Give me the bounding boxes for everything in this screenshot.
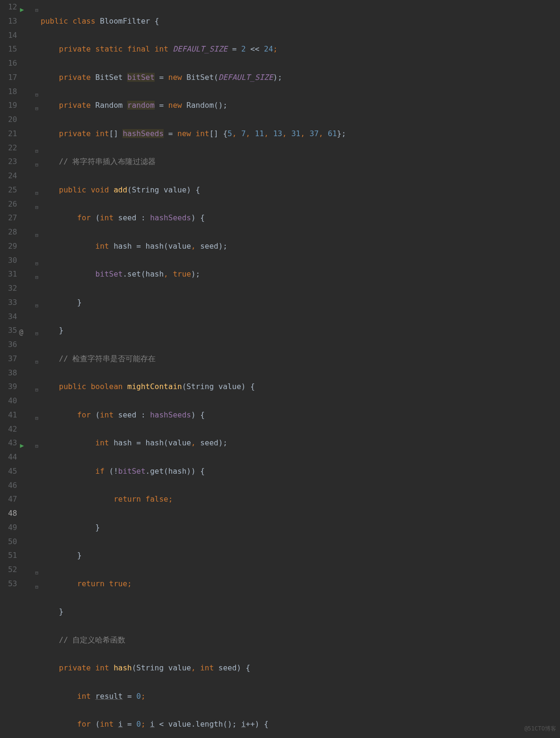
code-line[interactable]: bitSet.set(hash, true);	[40, 267, 560, 281]
line-number: 12	[0, 0, 17, 14]
line-number: 22	[0, 141, 17, 155]
line-number: 45	[0, 464, 17, 478]
code-line[interactable]: for (int seed : hashSeeds) {	[40, 211, 560, 225]
line-number: 36	[0, 338, 17, 352]
code-line[interactable]: return true;	[40, 577, 560, 591]
line-number: 20	[0, 113, 17, 127]
fold-end-icon[interactable]: ⊟	[35, 299, 38, 313]
code-line[interactable]: public void add(String value) {	[40, 183, 560, 197]
fold-icon[interactable]: ⊟	[35, 228, 38, 243]
line-number: 44	[0, 450, 17, 464]
line-number: 48	[0, 506, 17, 521]
fold-end-icon[interactable]: ⊟	[35, 257, 38, 271]
line-number: 18	[0, 85, 17, 99]
code-line[interactable]: int result = 0;	[40, 689, 560, 703]
code-line[interactable]: // 将字符串插入布隆过滤器	[40, 155, 560, 169]
fold-icon[interactable]: ⊟	[35, 88, 38, 102]
fold-end-icon[interactable]: ⊟	[35, 411, 38, 425]
code-line[interactable]: int hash = hash(value, seed);	[40, 239, 560, 253]
line-numbers: 1213141516171819202122232425262728293031…	[0, 0, 19, 738]
line-number: 16	[0, 56, 17, 70]
code-line[interactable]: }	[40, 521, 560, 535]
run-icon[interactable]: ▶	[20, 3, 24, 17]
line-number: 47	[0, 492, 17, 506]
code-line[interactable]: private BitSet bitSet = new BitSet(DEFAU…	[40, 70, 560, 85]
gutter: 1213141516171819202122232425262728293031…	[0, 0, 40, 738]
code-line[interactable]: for (int seed : hashSeeds) {	[40, 408, 560, 422]
code-line[interactable]: for (int i = 0; i < value.length(); i++)…	[40, 717, 560, 731]
code-line[interactable]: private static final int DEFAULT_SIZE = …	[40, 42, 560, 56]
line-number: 14	[0, 28, 17, 43]
fold-icon[interactable]: ⊟	[35, 186, 38, 200]
line-number: 32	[0, 281, 17, 295]
code-line[interactable]: private int[] hashSeeds = new int[] {5, …	[40, 127, 560, 141]
line-number: 38	[0, 366, 17, 380]
line-number: 43	[0, 436, 17, 450]
line-number: 21	[0, 127, 17, 141]
fold-icon[interactable]: ⊟	[35, 3, 38, 17]
run-icon[interactable]: ▶	[20, 439, 24, 453]
fold-end-icon[interactable]: ⊟	[35, 566, 38, 580]
line-number: 15	[0, 42, 17, 56]
code-line[interactable]: public boolean mightContain(String value…	[40, 380, 560, 394]
line-number: 39	[0, 380, 17, 394]
line-number: 53	[0, 577, 17, 591]
fold-end-icon[interactable]: ⊟	[35, 270, 38, 285]
fold-icon[interactable]: ⊟	[35, 200, 38, 215]
line-number: 46	[0, 478, 17, 493]
code-line[interactable]: private Random random = new Random();	[40, 98, 560, 113]
line-number: 27	[0, 211, 17, 225]
line-number: 35	[0, 323, 17, 338]
fold-icon[interactable]: ⊟	[35, 439, 38, 453]
line-number: 24	[0, 169, 17, 183]
code-line[interactable]: }	[40, 323, 560, 338]
line-number: 23	[0, 155, 17, 169]
fold-end-icon[interactable]: ⊟	[35, 383, 38, 397]
watermark: @51CTO博客	[525, 722, 556, 736]
line-number: 49	[0, 521, 17, 535]
line-number: 41	[0, 408, 17, 422]
line-number: 13	[0, 14, 17, 28]
line-number: 28	[0, 225, 17, 239]
line-number: 26	[0, 197, 17, 211]
fold-icon[interactable]: ⊟	[35, 102, 38, 116]
fold-end-icon[interactable]: ⊟	[35, 144, 38, 158]
code-line[interactable]: if (!bitSet.get(hash)) {	[40, 464, 560, 478]
line-number: 25	[0, 183, 17, 197]
code-line[interactable]: int hash = hash(value, seed);	[40, 436, 560, 450]
code-area[interactable]: public class BloomFilter { private stati…	[40, 0, 560, 738]
code-line[interactable]: // 自定义哈希函数	[40, 633, 560, 647]
line-number: 29	[0, 239, 17, 253]
fold-end-icon[interactable]: ⊟	[35, 158, 38, 172]
line-number: 34	[0, 310, 17, 324]
code-line[interactable]: // 检查字符串是否可能存在	[40, 352, 560, 366]
line-number: 30	[0, 253, 17, 268]
line-number: 33	[0, 295, 17, 310]
line-number: 51	[0, 548, 17, 563]
fold-icon[interactable]: ⊟	[35, 327, 38, 341]
line-number: 42	[0, 422, 17, 436]
line-number: 40	[0, 394, 17, 408]
line-number: 19	[0, 98, 17, 113]
code-line[interactable]: }	[40, 295, 560, 310]
code-editor[interactable]: 1213141516171819202122232425262728293031…	[0, 0, 560, 738]
line-number: 31	[0, 267, 17, 281]
line-number: 37	[0, 352, 17, 366]
code-line[interactable]: }	[40, 605, 560, 619]
fold-end-icon[interactable]: ⊟	[35, 580, 38, 594]
line-number: 50	[0, 535, 17, 549]
gutter-icon-column: ▶▶@⊟⊟⊟⊟⊟⊟⊟⊟⊟⊟⊟⊟⊟⊟⊟⊟⊟⊟	[19, 0, 40, 738]
code-line[interactable]: private int hash(String value, int seed)…	[40, 661, 560, 675]
code-line[interactable]: public class BloomFilter {	[40, 14, 560, 28]
code-line[interactable]: }	[40, 548, 560, 563]
fold-icon[interactable]: ⊟	[35, 355, 38, 369]
override-icon[interactable]: @	[19, 326, 23, 340]
code-line[interactable]: return false;	[40, 492, 560, 506]
line-number: 52	[0, 563, 17, 577]
line-number: 17	[0, 70, 17, 85]
